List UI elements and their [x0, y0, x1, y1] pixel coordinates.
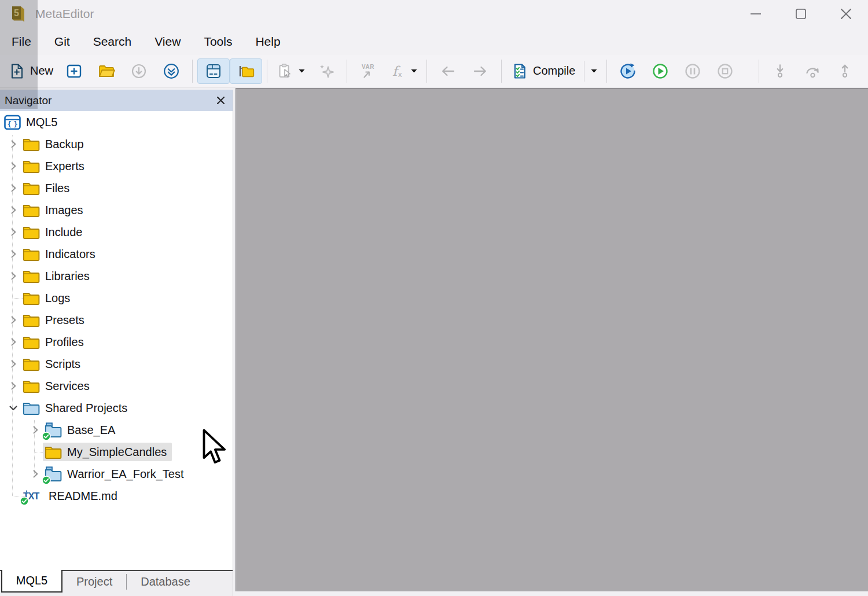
new-button[interactable]: New	[3, 58, 58, 84]
tree-item-content[interactable]: Files	[21, 179, 75, 197]
menu-help[interactable]: Help	[244, 28, 292, 55]
svg-text:{: {	[7, 120, 11, 128]
tree-item-profiles[interactable]: Profiles	[0, 331, 233, 353]
tree-item-content[interactable]: Libraries	[21, 267, 95, 285]
tree-item-presets[interactable]: Presets	[0, 309, 233, 331]
tree-item-content[interactable]: Shared Projects	[21, 399, 133, 417]
tree-item-files[interactable]: Files	[0, 177, 233, 199]
git-synced-badge	[42, 432, 51, 441]
metaeditor-logo-icon: 5	[9, 5, 27, 23]
tree-item-label: Libraries	[45, 270, 90, 283]
tree-item-content[interactable]: Images	[21, 201, 89, 219]
tree-item-content[interactable]: Base_EA	[43, 421, 120, 440]
menu-view[interactable]: View	[143, 28, 192, 55]
tree-item-logs[interactable]: Logs	[0, 287, 233, 309]
menu-search[interactable]: Search	[82, 28, 144, 55]
tree-item-base-ea[interactable]: Base_EA	[0, 419, 233, 441]
tree-item-content[interactable]: Experts	[21, 157, 90, 175]
expander-chevron-right[interactable]	[6, 182, 21, 194]
close-button[interactable]	[838, 6, 854, 22]
tree-item-my-simplecandles[interactable]: My_SimpleCandles	[0, 441, 233, 463]
tree-item-experts[interactable]: Experts	[0, 155, 233, 177]
minimize-icon	[748, 6, 763, 21]
new-window-button[interactable]	[58, 58, 90, 84]
maximize-icon	[793, 6, 808, 21]
expander-chevron-right[interactable]	[6, 336, 21, 348]
tree-item-content[interactable]: {}MQL5	[2, 113, 62, 132]
tree-item-indicators[interactable]: Indicators	[0, 243, 233, 265]
paste-button[interactable]	[272, 58, 310, 84]
new-button-label: New	[30, 64, 53, 78]
tree-item-content[interactable]: Services	[21, 377, 95, 395]
expander-chevron-right[interactable]	[6, 204, 21, 216]
layout-toggle-button[interactable]	[197, 58, 230, 84]
tree-item-content[interactable]: Indicators	[21, 245, 101, 263]
tree-item-libraries[interactable]: Libraries	[0, 265, 233, 287]
tree-item-shared-projects[interactable]: Shared Projects	[0, 397, 233, 419]
expander-chevron-right[interactable]	[6, 160, 21, 172]
tree-item-readme-md[interactable]: TXTREADME.md	[0, 485, 233, 507]
folder-icon	[23, 378, 40, 393]
tree-item-scripts[interactable]: Scripts	[0, 353, 233, 375]
tree-item-services[interactable]: Services	[0, 375, 233, 397]
step-into-button[interactable]	[764, 58, 796, 84]
expander-chevron-right[interactable]	[28, 424, 43, 436]
tree-item-content[interactable]: Include	[21, 223, 88, 241]
pause-button[interactable]	[676, 58, 709, 84]
expander-chevron-right[interactable]	[6, 248, 21, 260]
run-button[interactable]	[644, 58, 676, 84]
navigator-toggle-button[interactable]	[230, 58, 262, 84]
start-debugging-button[interactable]	[612, 58, 644, 84]
tree-item-content[interactable]: Backup	[21, 135, 89, 153]
expander-chevron-right[interactable]	[6, 270, 21, 282]
tree-item-content[interactable]: My_SimpleCandles	[43, 443, 172, 461]
tree-item-content[interactable]: Presets	[21, 311, 90, 329]
expander-chevron-right[interactable]	[6, 358, 21, 370]
compile-button[interactable]: Compile	[506, 58, 602, 84]
navigator-close-icon[interactable]	[214, 94, 227, 107]
tab-database[interactable]: Database	[127, 571, 204, 593]
chevron-right-icon	[8, 358, 19, 370]
stop-button[interactable]	[709, 58, 741, 84]
svg-text:}: }	[13, 120, 17, 128]
back-button[interactable]	[432, 58, 464, 84]
tree-item-content[interactable]: Logs	[21, 289, 75, 307]
project-icon-wrap	[45, 466, 62, 482]
tab-mql5[interactable]: MQL5	[1, 570, 62, 593]
expander-chevron-right[interactable]	[6, 314, 21, 326]
function-list-button[interactable]: fx	[384, 58, 422, 84]
maximize-button[interactable]	[793, 6, 809, 22]
goto-variable-button[interactable]: VAR	[352, 58, 384, 84]
step-over-button[interactable]	[796, 58, 829, 84]
menu-git[interactable]: Git	[43, 28, 82, 55]
step-out-button[interactable]	[829, 58, 861, 84]
download-all-button[interactable]	[155, 58, 187, 84]
tab-project[interactable]: Project	[62, 571, 126, 593]
expander-chevron-down[interactable]	[6, 402, 21, 414]
ai-assistant-button[interactable]	[310, 58, 342, 84]
navigator-header: Navigator	[0, 90, 233, 111]
expander-chevron-right[interactable]	[6, 226, 21, 238]
tree-item-content[interactable]: TXTREADME.md	[21, 487, 123, 505]
open-folder-button[interactable]	[90, 58, 123, 84]
tree-item-content[interactable]: Warrior_EA_Fork_Test	[43, 465, 189, 484]
expander-chevron-right[interactable]	[28, 468, 43, 480]
tree-item-warrior-ea-fork-test[interactable]: Warrior_EA_Fork_Test	[0, 463, 233, 485]
folder-icon-wrap	[23, 137, 40, 152]
tree-item-content[interactable]: Profiles	[21, 333, 89, 351]
expander-chevron-right[interactable]	[6, 380, 21, 392]
expander-chevron-right[interactable]	[6, 138, 21, 150]
tree-item-images[interactable]: Images	[0, 199, 233, 221]
tree-item-backup[interactable]: Backup	[0, 133, 233, 155]
folder-icon-wrap	[23, 312, 40, 328]
tree-item-content[interactable]: Scripts	[21, 355, 86, 373]
tree-item-label: Presets	[45, 314, 84, 327]
tree-item-include[interactable]: Include	[0, 221, 233, 243]
menu-tools[interactable]: Tools	[192, 28, 244, 55]
forward-button[interactable]	[464, 58, 496, 84]
download-button[interactable]	[123, 58, 155, 84]
tree-item-mql5[interactable]: {}MQL5	[0, 111, 233, 133]
layout-toggle-icon	[205, 62, 222, 80]
minimize-button[interactable]	[748, 6, 764, 22]
menu-file[interactable]: File	[0, 28, 43, 55]
